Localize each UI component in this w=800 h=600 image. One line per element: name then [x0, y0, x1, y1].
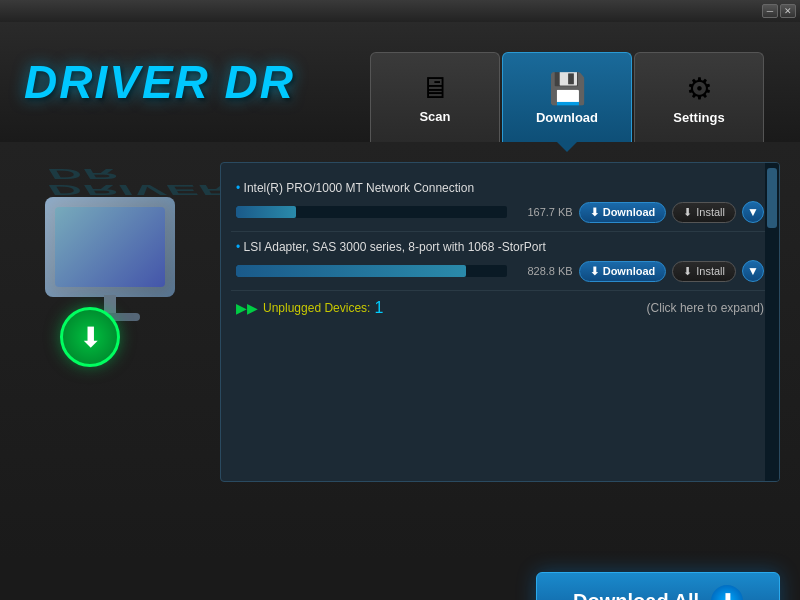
tab-download[interactable]: 💾 Download — [502, 52, 632, 142]
scrollbar[interactable] — [765, 163, 779, 481]
download-all-button[interactable]: Download All ⬇ — [536, 572, 780, 600]
settings-icon: ⚙ — [686, 71, 713, 106]
nav-tabs: 🖥 Scan 💾 Download ⚙ Settings — [370, 22, 800, 142]
unplugged-label: Unplugged Devices: — [263, 301, 370, 315]
tab-download-label: Download — [536, 110, 598, 125]
install-button-0[interactable]: ⬇ Install — [672, 202, 736, 223]
size-bar-0 — [236, 206, 296, 218]
size-bar-wrap-0 — [236, 206, 507, 218]
monitor — [45, 197, 175, 297]
left-icon-area: ⬇ — [20, 162, 200, 402]
driver-panel: Intel(R) PRO/1000 MT Network Connection … — [220, 162, 780, 482]
tab-settings-label: Settings — [673, 110, 724, 125]
size-label-1: 828.8 KB — [513, 265, 573, 277]
unplugged-arrow-icon: ▶▶ — [236, 300, 258, 316]
driver-name-1: LSI Adapter, SAS 3000 series, 8-port wit… — [236, 240, 764, 254]
driver-name-0: Intel(R) PRO/1000 MT Network Connection — [236, 181, 764, 195]
logo-text: DRIVER DR — [24, 56, 295, 108]
expand-hint: (Click here to expand) — [647, 301, 764, 315]
download-all-icon: ⬇ — [711, 585, 743, 600]
download-arrow-icon: ⬇ — [79, 321, 102, 354]
logo-area: DRIVER DR DRIVER DR — [0, 22, 370, 142]
expand-btn-1[interactable]: ▼ — [742, 260, 764, 282]
scroll-thumb — [767, 168, 777, 228]
unplugged-count: 1 — [374, 299, 383, 317]
download-icon-1: ⬇ — [590, 265, 599, 278]
download-badge: ⬇ — [60, 307, 120, 367]
download-button-0[interactable]: ⬇ Download — [579, 202, 667, 223]
driver-item-1: LSI Adapter, SAS 3000 series, 8-port wit… — [231, 232, 769, 291]
install-icon-0: ⬇ — [683, 206, 692, 219]
main-content: ⬇ Intel(R) PRO/1000 MT Network Connectio… — [0, 142, 800, 560]
tab-scan-label: Scan — [419, 109, 450, 124]
download-all-label: Download All — [573, 590, 699, 601]
driver-item-0: Intel(R) PRO/1000 MT Network Connection … — [231, 173, 769, 232]
size-bar-1 — [236, 265, 466, 277]
size-bar-wrap-1 — [236, 265, 507, 277]
install-button-1[interactable]: ⬇ Install — [672, 261, 736, 282]
minimize-button[interactable]: ─ — [762, 4, 778, 18]
driver-actions-0: 167.7 KB ⬇ Download ⬇ Install ▼ — [236, 201, 764, 223]
tab-scan[interactable]: 🖥 Scan — [370, 52, 500, 142]
monitor-screen — [55, 207, 165, 287]
download-all-area: Download All ⬇ — [0, 560, 800, 600]
tab-settings[interactable]: ⚙ Settings — [634, 52, 764, 142]
title-bar: ─ ✕ — [0, 0, 800, 22]
header: DRIVER DR DRIVER DR 🖥 Scan 💾 Download ⚙ … — [0, 22, 800, 142]
unplugged-row[interactable]: ▶▶ Unplugged Devices: 1 (Click here to e… — [231, 291, 769, 325]
scan-icon: 🖥 — [420, 71, 450, 105]
size-label-0: 167.7 KB — [513, 206, 573, 218]
driver-actions-1: 828.8 KB ⬇ Download ⬇ Install ▼ — [236, 260, 764, 282]
driver-list: Intel(R) PRO/1000 MT Network Connection … — [221, 163, 779, 443]
download-button-1[interactable]: ⬇ Download — [579, 261, 667, 282]
download-tab-icon: 💾 — [549, 71, 586, 106]
close-button[interactable]: ✕ — [780, 4, 796, 18]
install-icon-1: ⬇ — [683, 265, 692, 278]
download-icon-0: ⬇ — [590, 206, 599, 219]
computer-icon: ⬇ — [30, 197, 190, 367]
expand-btn-0[interactable]: ▼ — [742, 201, 764, 223]
